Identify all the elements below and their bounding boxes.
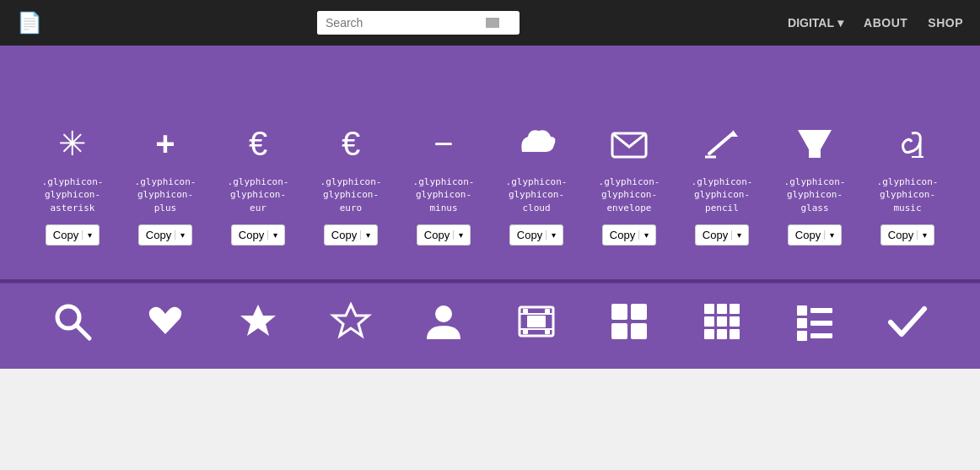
svg-marker-2 — [731, 130, 738, 137]
svg-rect-15 — [523, 309, 528, 314]
hero-section — [0, 46, 980, 105]
nav-item-about[interactable]: ABOUT — [864, 16, 907, 30]
search-icon — [51, 300, 94, 352]
copy-button-3[interactable]: Copy ▾ — [324, 224, 378, 246]
svg-rect-32 — [730, 329, 740, 339]
svg-line-8 — [77, 326, 89, 338]
svg-rect-25 — [717, 304, 727, 314]
copy-caret-5: ▾ — [546, 230, 556, 240]
svg-rect-37 — [797, 331, 807, 341]
search-container — [66, 11, 771, 35]
glyph-icon-2: € — [249, 122, 267, 165]
copy-caret-8: ▾ — [824, 230, 834, 240]
th-large-icon — [608, 300, 650, 352]
glyph-icon-6 — [608, 122, 650, 165]
copy-caret-6: ▾ — [638, 230, 649, 240]
glyph-label-6: .glyphicon-glyphicon-envelope — [599, 176, 660, 214]
svg-rect-29 — [730, 316, 740, 327]
copy-caret-3: ▾ — [360, 230, 370, 240]
svg-rect-36 — [810, 321, 832, 326]
copy-label-4: Copy — [424, 229, 450, 241]
star-empty-icon — [330, 300, 372, 352]
nav-item-shop[interactable]: SHOP — [928, 16, 963, 30]
copy-button-2[interactable]: Copy ▾ — [231, 224, 285, 246]
copy-label-3: Copy — [331, 229, 357, 241]
glyph-item: + .glyphicon-glyphicon-plus Copy ▾ — [119, 113, 212, 254]
nav-item-digital[interactable]: DIGITAL ▾ — [788, 16, 843, 30]
svg-rect-22 — [611, 323, 627, 339]
user-icon — [423, 300, 465, 352]
glyph-item: .glyphicon-glyphicon-cloud Copy ▾ — [490, 113, 583, 254]
glyph-item: − .glyphicon-glyphicon-minus Copy ▾ — [397, 113, 490, 254]
svg-rect-38 — [810, 333, 832, 338]
copy-caret-7: ▾ — [731, 230, 741, 240]
glyph-item: .glyphicon-glyphicon-envelope Copy ▾ — [583, 113, 676, 254]
glyph-grid: ✳ .glyphicon-glyphicon-asterisk Copy ▾ +… — [17, 113, 963, 254]
svg-rect-26 — [730, 304, 740, 314]
svg-rect-17 — [523, 329, 528, 334]
glyph-icon-1: + — [155, 122, 175, 165]
copy-label-5: Copy — [517, 229, 542, 241]
copy-button-7[interactable]: Copy ▾ — [695, 224, 749, 246]
nav-links: DIGITAL ▾ ABOUT SHOP — [788, 16, 963, 30]
nav-digital-caret: ▾ — [837, 16, 843, 30]
svg-rect-24 — [704, 304, 714, 314]
glyph-label-1: .glyphicon-glyphicon-plus — [135, 176, 197, 214]
navbar: 📄 DIGITAL ▾ ABOUT SHOP — [0, 0, 980, 46]
copy-caret-9: ▾ — [917, 230, 927, 240]
glyph-icon-9 — [886, 122, 929, 165]
glyph-label-5: .glyphicon-glyphicon-cloud — [506, 176, 568, 214]
glyph-label-7: .glyphicon-glyphicon-pencil — [692, 176, 753, 214]
svg-rect-23 — [631, 323, 647, 339]
glyph-icon-8 — [794, 122, 836, 165]
copy-label-9: Copy — [888, 229, 913, 241]
svg-marker-4 — [798, 130, 832, 158]
glyph-label-3: .glyphicon-glyphicon-euro — [320, 176, 382, 214]
th-icon — [701, 300, 743, 352]
brand-logo[interactable]: 📄 — [17, 11, 49, 35]
glyph-icon-5 — [515, 122, 557, 165]
svg-rect-34 — [810, 308, 832, 313]
search-clear-button[interactable] — [486, 18, 499, 28]
glyph-icon-4: − — [433, 122, 453, 165]
copy-button-0[interactable]: Copy ▾ — [46, 224, 100, 246]
star-icon — [237, 300, 279, 352]
copy-button-5[interactable]: Copy ▾ — [509, 224, 563, 246]
copy-caret-4: ▾ — [453, 230, 463, 240]
svg-rect-20 — [611, 304, 627, 320]
svg-rect-35 — [797, 318, 807, 328]
glyph-label-9: .glyphicon-glyphicon-music — [877, 176, 939, 214]
search-input[interactable] — [317, 11, 486, 35]
copy-button-4[interactable]: Copy ▾ — [417, 224, 471, 246]
glyph-item: € .glyphicon-glyphicon-euro Copy ▾ — [304, 113, 397, 254]
bottom-strip — [0, 283, 980, 369]
glyphs-section: ✳ .glyphicon-glyphicon-asterisk Copy ▾ +… — [0, 105, 980, 279]
svg-rect-18 — [545, 329, 550, 334]
copy-label-2: Copy — [239, 229, 264, 241]
svg-rect-16 — [545, 309, 550, 314]
brand-icon: 📄 — [17, 11, 42, 35]
copy-caret-1: ▾ — [175, 230, 185, 240]
svg-rect-30 — [704, 329, 714, 339]
glyph-label-8: .glyphicon-glyphicon-glass — [784, 176, 846, 214]
glyph-item: .glyphicon-glyphicon-glass Copy ▾ — [768, 113, 861, 254]
copy-button-1[interactable]: Copy ▾ — [138, 224, 192, 246]
glyph-label-0: .glyphicon-glyphicon-asterisk — [42, 176, 104, 214]
nav-digital-label: DIGITAL — [788, 16, 834, 30]
copy-label-0: Copy — [53, 229, 78, 241]
glyph-label-2: .glyphicon-glyphicon-eur — [228, 176, 289, 214]
svg-rect-33 — [797, 305, 807, 316]
copy-label-6: Copy — [610, 229, 635, 241]
svg-point-11 — [435, 305, 452, 322]
copy-label-8: Copy — [795, 229, 821, 241]
copy-button-8[interactable]: Copy ▾ — [788, 224, 842, 246]
ok-icon — [886, 300, 929, 352]
svg-rect-21 — [631, 304, 647, 320]
copy-caret-2: ▾ — [267, 230, 277, 240]
glyph-icon-3: € — [342, 122, 360, 165]
svg-rect-31 — [717, 329, 727, 339]
svg-marker-9 — [240, 305, 276, 336]
copy-button-6[interactable]: Copy ▾ — [602, 224, 656, 246]
glyph-item: .glyphicon-glyphicon-pencil Copy ▾ — [676, 113, 768, 254]
copy-button-9[interactable]: Copy ▾ — [880, 224, 934, 246]
